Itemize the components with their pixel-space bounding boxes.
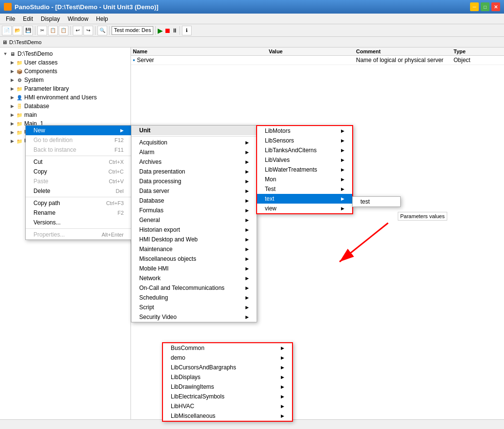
sub-mon-arrow: ▶ [341, 177, 344, 182]
sub-hmi-desktop-label: HMI Desktop and Web [139, 236, 198, 243]
folder-icon: 📁 [16, 111, 23, 119]
sub-script[interactable]: Script ▶ [131, 302, 257, 312]
sub-libtanks[interactable]: LibTanksAndCiterns ▶ [257, 145, 352, 155]
ctx-versions[interactable]: Versions... [26, 218, 131, 227]
parameters-values-label: Parameters values [398, 212, 447, 221]
sub-libdrawing[interactable]: LibDrawingItems ▶ [163, 382, 292, 392]
sub-libdisplays[interactable]: LibDisplays ▶ [163, 372, 292, 382]
open-btn[interactable]: 📂 [13, 26, 22, 35]
sub-libmisc[interactable]: LibMiscellaneous ▶ [163, 411, 292, 421]
sub-libsensors[interactable]: LibSensors ▶ [257, 136, 352, 145]
tree-item-user-classes[interactable]: ▶ 📁 User classes [0, 58, 130, 67]
paste-btn[interactable]: 📋 [59, 26, 68, 35]
sub-test[interactable]: Test ▶ [257, 184, 352, 194]
sub-acquisition[interactable]: Acquisition ▶ [131, 138, 257, 147]
tree-item-param-lib[interactable]: ▶ 📁 Parameter library [0, 84, 130, 93]
maximize-button[interactable]: □ [481, 2, 489, 11]
sub-oncall-label: On-Call and Telecommunications [139, 285, 225, 291]
sub-oncall[interactable]: On-Call and Telecommunications ▶ [131, 283, 257, 293]
sub-script-label: Script [139, 304, 154, 311]
cut-btn[interactable]: ✂ [37, 26, 47, 35]
search-btn[interactable]: 🔍 [98, 26, 107, 35]
tree-item-system[interactable]: ▶ ⚙ System [0, 76, 130, 84]
ctx-delete[interactable]: Delete Del [26, 186, 131, 196]
sub-libmotors[interactable]: LibMotors ▶ [257, 126, 352, 136]
sub-libdrawing-arrow: ▶ [281, 384, 284, 389]
ctx-copy[interactable]: Copy Ctrl+C [26, 167, 131, 176]
redo-btn[interactable]: ↪ [83, 26, 93, 35]
menu-file[interactable]: File [2, 15, 19, 23]
sub-hmi-desktop[interactable]: HMI Desktop and Web ▶ [131, 235, 257, 244]
sub-database-arrow: ▶ [245, 198, 249, 203]
stop-button[interactable]: ⏹ [164, 27, 171, 34]
sub-text[interactable]: text ▶ [257, 194, 352, 204]
sub-data-processing-arrow: ▶ [245, 179, 249, 184]
sub-text-test[interactable]: test [353, 197, 400, 207]
sub-mon-label: Mon [265, 176, 276, 183]
new-btn[interactable]: 📄 [2, 26, 12, 35]
sub-text-test-label: test [360, 198, 370, 205]
sub-network-label: Network [139, 275, 161, 282]
sub-unit[interactable]: Unit [131, 126, 257, 135]
sub-data-presentation-label: Data presentation [139, 168, 185, 175]
sub-alarm-label: Alarm [139, 149, 154, 156]
sub-database[interactable]: Database ▶ [131, 196, 257, 206]
ctx-cut[interactable]: Cut Ctrl+X [26, 157, 131, 167]
sub-libwater[interactable]: LibWaterTreatments ▶ [257, 165, 352, 175]
sub-historian-export[interactable]: Historian export ▶ [131, 225, 257, 235]
folder-icon: 📦 [16, 67, 23, 75]
tree-item-database[interactable]: ▶ 🗄 Database [0, 102, 130, 111]
sub-general[interactable]: General ▶ [131, 215, 257, 225]
ctx-sep3 [26, 228, 131, 229]
sub-security-video[interactable]: Security Video ▶ [131, 312, 257, 322]
minimize-button[interactable]: ─ [470, 2, 479, 11]
ctx-copy-path[interactable]: Copy path Ctrl+F3 [26, 198, 131, 208]
sub-data-server[interactable]: Data server ▶ [131, 186, 257, 196]
sub-data-presentation[interactable]: Data presentation ▶ [131, 167, 257, 176]
menu-display[interactable]: Display [37, 15, 64, 23]
sub-libvalves[interactable]: LibValves ▶ [257, 155, 352, 165]
ctx-new[interactable]: New ▶ [26, 126, 131, 135]
sub-mobile-hmi[interactable]: Mobile HMI ▶ [131, 264, 257, 273]
sub-buscommon-arrow: ▶ [281, 346, 284, 350]
save-btn[interactable]: 💾 [23, 26, 33, 35]
sub-buscommon[interactable]: BusCommon ▶ [163, 343, 292, 353]
tree-item-main[interactable]: ▶ 📁 main [0, 111, 130, 119]
play-stop-controls: ▶ ⏹ ⏸ [158, 27, 178, 34]
menu-edit[interactable]: Edit [19, 15, 37, 23]
sub-network[interactable]: Network ▶ [131, 273, 257, 283]
sub-maintenance[interactable]: Maintenance ▶ [131, 244, 257, 254]
pause-button[interactable]: ⏸ [172, 27, 178, 34]
sub-libcursors[interactable]: LibCursorsAndBargraphs ▶ [163, 363, 292, 372]
sub-network-arrow: ▶ [245, 276, 249, 281]
sub-scheduling[interactable]: Scheduling ▶ [131, 293, 257, 302]
sub-formulas[interactable]: Formulas ▶ [131, 206, 257, 215]
play-button[interactable]: ▶ [158, 27, 163, 34]
tree-item-hmi-env[interactable]: ▶ 👤 HMI environment and Users [0, 93, 130, 102]
copy-btn[interactable]: 📋 [48, 26, 58, 35]
system-icon: ⚙ [16, 76, 23, 84]
ctx-back-instance-label: Back to instance [33, 146, 76, 153]
sub-alarm-arrow: ▶ [245, 150, 249, 155]
tree-item-components[interactable]: ▶ 📦 Components [0, 67, 130, 76]
sub-data-processing-label: Data processing [139, 178, 181, 185]
menu-help[interactable]: Help [92, 15, 112, 23]
table-row[interactable]: •Server Name of logical or physical serv… [131, 56, 504, 65]
sub-acquisition-label: Acquisition [139, 139, 167, 146]
sub-data-processing[interactable]: Data processing ▶ [131, 176, 257, 186]
info-btn[interactable]: ℹ [182, 26, 192, 35]
close-button[interactable]: ✕ [491, 2, 500, 11]
sub-alarm[interactable]: Alarm ▶ [131, 147, 257, 157]
undo-btn[interactable]: ↩ [73, 26, 82, 35]
menu-window[interactable]: Window [64, 15, 92, 23]
ctx-rename[interactable]: Rename F2 [26, 208, 131, 218]
sub-libhvac[interactable]: LibHVAC ▶ [163, 401, 292, 411]
tree-item-root[interactable]: ▼ 🖥 D:\Test\Demo [0, 49, 130, 58]
sub-misc[interactable]: Miscellaneous objects ▶ [131, 254, 257, 264]
sub-mon[interactable]: Mon ▶ [257, 175, 352, 184]
sub-view[interactable]: view ▶ [257, 204, 352, 213]
sub-libelectrical[interactable]: LibElectricalSymbols ▶ [163, 392, 292, 401]
sub-archives[interactable]: Archives ▶ [131, 157, 257, 167]
ctx-cut-label: Cut [33, 159, 43, 165]
sub-demo[interactable]: demo ▶ [163, 353, 292, 363]
